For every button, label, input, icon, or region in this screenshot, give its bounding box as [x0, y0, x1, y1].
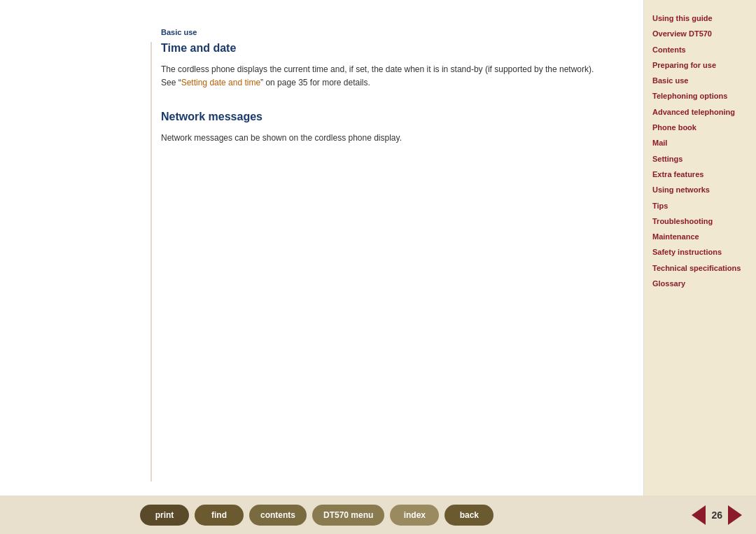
sidebar: Using this guideOverview DT570ContentsPr…: [644, 0, 756, 496]
sidebar-item-0[interactable]: Using this guide: [652, 10, 748, 26]
sidebar-item-16[interactable]: Technical specifications: [652, 260, 748, 276]
section1-body-part2: ” on page 35 for more details.: [260, 78, 370, 87]
content-area: Basic use Time and date The cordless pho…: [0, 0, 644, 496]
section2-title: Network messages: [161, 111, 608, 123]
sidebar-item-17[interactable]: Glossary: [652, 276, 748, 291]
sidebar-item-12[interactable]: Tips: [652, 198, 748, 213]
section1-body: The cordless phone displays the current …: [161, 63, 608, 90]
sidebar-item-7[interactable]: Phone book: [652, 120, 748, 135]
sidebar-item-9[interactable]: Settings: [652, 151, 748, 167]
sidebar-item-4[interactable]: Basic use: [652, 73, 748, 88]
next-page-arrow[interactable]: [728, 505, 742, 525]
toolbar: print find contents DT570 menu index bac…: [0, 496, 756, 534]
prev-page-arrow[interactable]: [692, 505, 706, 525]
sidebar-item-10[interactable]: Extra features: [652, 167, 748, 182]
sidebar-item-8[interactable]: Mail: [652, 135, 748, 150]
page-number: 26: [711, 510, 722, 521]
find-button[interactable]: find: [195, 505, 244, 526]
print-button[interactable]: print: [140, 505, 189, 526]
dt570-menu-button[interactable]: DT570 menu: [312, 505, 384, 526]
sidebar-item-1[interactable]: Overview DT570: [652, 26, 748, 41]
page-navigation: 26: [692, 505, 742, 525]
sidebar-item-5[interactable]: Telephoning options: [652, 88, 748, 104]
back-button[interactable]: back: [444, 505, 493, 526]
top-area: Basic use Time and date The cordless pho…: [0, 0, 756, 496]
contents-button[interactable]: contents: [249, 505, 307, 526]
sidebar-item-3[interactable]: Preparing for use: [652, 57, 748, 73]
breadcrumb: Basic use: [161, 28, 608, 36]
index-button[interactable]: index: [390, 505, 439, 526]
sidebar-item-6[interactable]: Advanced telephoning: [652, 104, 748, 120]
section2-body: Network messages can be shown on the cor…: [161, 132, 608, 145]
sidebar-item-14[interactable]: Maintenance: [652, 229, 748, 244]
sidebar-item-2[interactable]: Contents: [652, 42, 748, 57]
page-wrapper: Basic use Time and date The cordless pho…: [0, 0, 756, 534]
sidebar-item-11[interactable]: Using networks: [652, 182, 748, 197]
sidebar-item-15[interactable]: Safety instructions: [652, 244, 748, 260]
section1-title: Time and date: [161, 42, 608, 55]
sidebar-item-13[interactable]: Troubleshooting: [652, 213, 748, 229]
setting-date-time-link[interactable]: Setting date and time: [181, 78, 260, 87]
